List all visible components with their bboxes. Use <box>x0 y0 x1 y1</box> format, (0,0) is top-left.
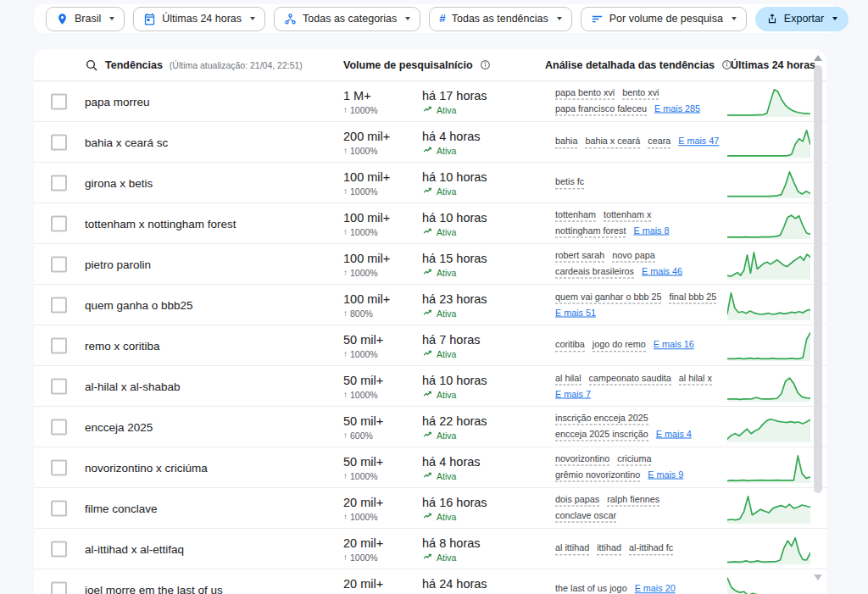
row-checkbox[interactable] <box>51 175 67 191</box>
trend-name: papa morreu <box>85 95 150 108</box>
scrollbar-thumb[interactable] <box>814 65 822 493</box>
row-checkbox[interactable] <box>51 581 67 594</box>
more-link[interactable]: E mais 8 <box>633 225 669 238</box>
breakdown-term[interactable]: the last of us jogo <box>555 583 627 594</box>
breakdown-term[interactable]: robert sarah <box>555 249 604 262</box>
breakdown-term[interactable]: al-ittihad fc <box>629 542 673 555</box>
trend-row[interactable]: al-hilal x al-shabab 50 mil+ ↑1000% há 1… <box>34 366 826 407</box>
trend-row[interactable]: girona x betis 100 mil+ ↑1000% há 10 hor… <box>34 163 826 203</box>
filter-chip-location-pin[interactable]: Brasil <box>46 7 125 31</box>
breakdown-term[interactable]: jogo do remo <box>593 339 646 352</box>
breakdown-term[interactable]: campeonato saudita <box>589 372 671 385</box>
info-icon[interactable] <box>480 59 491 70</box>
breakdown-term[interactable]: novorizontino <box>555 452 609 465</box>
chevron-down-icon <box>557 17 562 20</box>
more-link[interactable]: E mais 20 <box>635 583 676 594</box>
row-checkbox[interactable] <box>51 215 67 231</box>
breakdown-term[interactable]: cardeais brasileiros <box>555 266 634 279</box>
more-link[interactable]: E mais 51 <box>555 308 596 319</box>
calendar-icon <box>143 13 156 25</box>
row-checkbox[interactable] <box>51 337 67 353</box>
volume-change: ↑600% <box>343 430 383 440</box>
trending-up-icon <box>422 308 433 318</box>
trend-row[interactable]: novorizontino x criciúma 50 mil+ ↑1000% … <box>34 447 826 488</box>
breakdown-term[interactable]: dois papas <box>555 493 599 506</box>
filter-chip-sort[interactable]: Por volume de pesquisa <box>581 7 747 31</box>
more-link[interactable]: E mais 16 <box>654 339 694 352</box>
row-checkbox[interactable] <box>51 93 67 109</box>
breakdown-term[interactable]: coritiba <box>555 339 585 352</box>
trend-row[interactable]: tottenham x nottingham forest 100 mil+ ↑… <box>34 203 826 244</box>
breakdown-term[interactable]: ralph fiennes <box>607 493 659 506</box>
breakdown-term[interactable]: encceja 2025 inscrição <box>555 429 648 441</box>
chevron-down-icon <box>109 17 114 20</box>
scroll-down-icon[interactable] <box>814 575 822 580</box>
search-volume: 50 mil+ <box>343 373 383 386</box>
breakdown-term[interactable]: papa bento xvi <box>555 86 615 99</box>
row-checkbox[interactable] <box>51 541 67 557</box>
row-checkbox[interactable] <box>51 256 67 272</box>
breakdown-term[interactable]: bahia x ceará <box>585 136 640 148</box>
filter-chip-hashtag[interactable]: #Todas as tendências <box>429 7 571 31</box>
trend-row[interactable]: pietro parolin 100 mil+ ↑1000% há 15 hor… <box>34 244 826 285</box>
breakdown-term[interactable]: conclave oscar <box>555 510 616 523</box>
up-arrow-icon: ↑ <box>343 349 348 358</box>
trend-row[interactable]: al-ittihad x al-ettifaq 20 mil+ ↑1000% h… <box>34 529 826 569</box>
breakdown-term[interactable]: quem vai ganhar o bbb 25 <box>555 291 661 303</box>
breakdown-term[interactable]: al ittihad <box>555 542 589 555</box>
scroll-up-icon[interactable] <box>814 55 822 61</box>
sparkline <box>727 492 810 525</box>
row-checkbox[interactable] <box>51 459 67 475</box>
export-label: Exportar <box>784 13 824 25</box>
scrollbar[interactable] <box>811 49 826 594</box>
trend-row[interactable]: filme conclave 20 mil+ ↑1000% há 16 hora… <box>34 488 826 529</box>
trend-name: joel morre em the last of us <box>85 583 223 594</box>
breakdown-term[interactable]: bento xvi <box>622 86 659 99</box>
more-link[interactable]: E mais 285 <box>654 103 700 116</box>
breakdown-term[interactable]: tottenham <box>555 208 596 221</box>
breakdown-term[interactable]: inscrição encceja 2025 <box>555 412 648 425</box>
volume-change: ↑1000% <box>343 470 383 480</box>
search-icon[interactable] <box>85 58 98 72</box>
trend-row[interactable]: remo x coritiba 50 mil+ ↑1000% há 7 hora… <box>34 325 826 366</box>
breakdown-term[interactable]: betis fc <box>555 176 584 189</box>
trend-row[interactable]: bahia x ceará sc 200 mil+ ↑1000% há 4 ho… <box>34 122 826 163</box>
trend-name: bahia x ceará sc <box>85 136 168 148</box>
trend-row[interactable]: quem ganha o bbb25 100 mil+ ↑800% há 23 … <box>34 285 826 325</box>
breakdown-term[interactable]: grêmio novorizontino <box>555 469 640 482</box>
breakdown-term[interactable]: ittihad <box>597 542 621 555</box>
filter-chip-calendar[interactable]: Últimas 24 horas <box>133 7 265 31</box>
started-time: há 7 horas <box>422 332 481 346</box>
row-checkbox[interactable] <box>51 134 67 150</box>
table-header: Tendências (Última atualização: 21/04, 2… <box>34 49 826 81</box>
export-button[interactable]: Exportar <box>755 7 849 31</box>
row-checkbox[interactable] <box>51 297 67 313</box>
breakdown-term[interactable]: papa francisco faleceu <box>555 103 647 116</box>
trend-row[interactable]: encceja 2025 50 mil+ ↑600% há 22 horas A… <box>34 407 826 447</box>
breakdown-term[interactable]: final bbb 25 <box>669 291 716 303</box>
row-checkbox[interactable] <box>51 378 67 394</box>
breakdown-term[interactable]: tottenham x <box>604 208 651 221</box>
breakdown-term[interactable]: al hilal <box>555 372 581 385</box>
started-time: há 10 horas <box>422 169 487 183</box>
more-link[interactable]: E mais 4 <box>656 429 692 441</box>
row-checkbox[interactable] <box>51 500 67 516</box>
more-link[interactable]: E mais 47 <box>678 136 719 148</box>
row-checkbox[interactable] <box>51 419 67 435</box>
more-link[interactable]: E mais 7 <box>555 389 591 400</box>
search-volume: 50 mil+ <box>343 414 383 427</box>
hashtag-icon: # <box>439 13 446 25</box>
breakdown-term[interactable]: ceara <box>648 136 670 148</box>
trend-row[interactable]: joel morre em the last of us 20 mil+ ↑70… <box>34 569 826 594</box>
search-volume: 200 mil+ <box>343 129 390 142</box>
more-link[interactable]: E mais 9 <box>648 469 683 482</box>
breakdown-term[interactable]: criciuma <box>617 452 651 465</box>
trend-row[interactable]: papa morreu 1 M+ ↑1000% há 17 horas Ativ… <box>34 81 826 122</box>
up-arrow-icon: ↑ <box>343 471 348 480</box>
breakdown-term[interactable]: al hilal x <box>679 372 712 385</box>
breakdown-term[interactable]: novo papa <box>612 249 654 262</box>
filter-chip-categories[interactable]: Todas as categorias <box>274 7 420 31</box>
more-link[interactable]: E mais 46 <box>642 266 682 279</box>
breakdown-term[interactable]: nottingham forest <box>555 225 626 238</box>
breakdown-term[interactable]: bahia <box>555 136 577 148</box>
